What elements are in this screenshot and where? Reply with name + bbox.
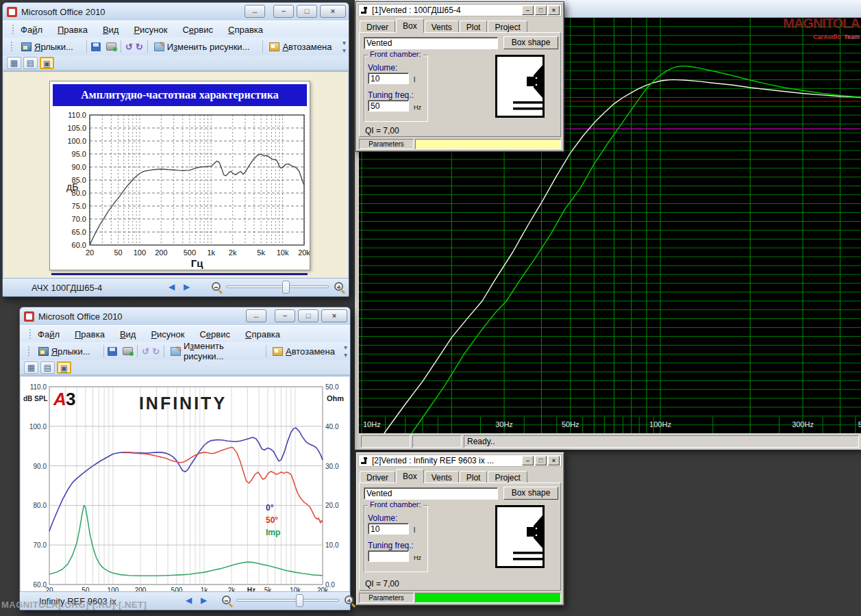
zoom-out-icon[interactable]: [222, 595, 231, 604]
shortcuts-button[interactable]: Ярлыки...: [36, 346, 92, 357]
save-icon[interactable]: [91, 42, 101, 51]
menu-item-Правка[interactable]: Правка: [58, 25, 88, 35]
autocorrect-button[interactable]: Автозамена: [271, 346, 337, 357]
box-shape-button[interactable]: Box shape: [503, 487, 558, 500]
maximize-button[interactable]: □: [298, 309, 319, 322]
svg-text:Ohm: Ohm: [327, 394, 344, 402]
single-picture-view-button[interactable]: ▣: [57, 361, 71, 374]
zoom-in-icon[interactable]: [334, 282, 343, 291]
menu-item-Справка[interactable]: Справка: [245, 329, 280, 339]
close-button[interactable]: ×: [321, 309, 347, 322]
zoom-slider-track[interactable]: [236, 599, 339, 602]
svg-text:2k: 2k: [229, 248, 237, 257]
achx-chart: 110.0105.0100.095.090.085.080.075.070.06…: [50, 107, 310, 272]
tab-plot[interactable]: Plot: [460, 21, 488, 33]
restore-button[interactable]: □: [535, 456, 547, 465]
filmstrip-view-button[interactable]: ▤: [40, 361, 55, 374]
tuning-freq-field[interactable]: [368, 550, 409, 562]
menu-item-Файл[interactable]: Файл: [38, 329, 60, 339]
close-button[interactable]: ×: [548, 456, 560, 465]
toolbar-grip[interactable]: [28, 346, 31, 356]
restore-button[interactable]: □: [535, 5, 547, 15]
close-button[interactable]: ×: [548, 5, 560, 15]
rotate-left-icon[interactable]: ↺: [142, 347, 149, 356]
box-type-field[interactable]: Vented: [364, 37, 498, 49]
menu-item-Вид[interactable]: Вид: [103, 25, 119, 35]
maximize-button[interactable]: □: [297, 5, 317, 18]
shortcuts-button[interactable]: Ярлыки...: [19, 41, 75, 53]
parameters-button[interactable]: Parameters: [359, 139, 414, 149]
box-shape-button[interactable]: Box shape: [503, 36, 558, 49]
minimize-button[interactable]: –: [522, 5, 534, 15]
zoom-slider-thumb[interactable]: [296, 594, 303, 607]
switch-windows-button[interactable]: ↔: [245, 5, 265, 18]
rotate-right-icon[interactable]: ↻: [152, 347, 160, 356]
save-icon[interactable]: [108, 347, 117, 356]
svg-text:90.0: 90.0: [72, 163, 86, 171]
svg-text:10Hz: 10Hz: [363, 420, 381, 428]
dialog1-title-bar[interactable]: [1]Vented : 100ГДШ65-4 – □ ×: [358, 4, 562, 16]
tab-box[interactable]: Box: [396, 18, 424, 33]
tab-vents[interactable]: Vents: [425, 471, 459, 483]
picture-achx[interactable]: Амплитудно-частотная характеристика 110.…: [49, 81, 310, 270]
achx-chart-title: Амплитудно-частотная характеристика: [53, 84, 307, 106]
menu-grip[interactable]: [12, 25, 15, 34]
toolbar-grip[interactable]: [11, 42, 14, 51]
next-image-arrow[interactable]: ▶: [201, 595, 207, 605]
previous-image-arrow[interactable]: ◀: [169, 282, 175, 292]
menu-item-Вид[interactable]: Вид: [120, 329, 136, 339]
tab-project[interactable]: Project: [488, 21, 527, 33]
tab-driver[interactable]: Driver: [360, 471, 395, 483]
tuning-freq-field[interactable]: 50: [368, 100, 409, 112]
infinity-chart[interactable]: 110.0100.090.080.070.060.050.040.030.020…: [21, 376, 349, 595]
edit-pictures-button[interactable]: Изменить рисунки...: [169, 340, 255, 362]
print-icon[interactable]: [123, 347, 133, 355]
edit-pictures-button[interactable]: Изменить рисунки...: [152, 41, 252, 53]
parameters-button[interactable]: Parameters: [359, 593, 414, 603]
single-picture-view-button[interactable]: ▣: [40, 57, 54, 69]
window2-title-bar[interactable]: Microsoft Office 2010 ↔ – □ ×: [20, 307, 350, 325]
menu-item-Рисунок[interactable]: Рисунок: [151, 329, 184, 339]
menu-item-Рисунок[interactable]: Рисунок: [134, 25, 167, 35]
box-type-field[interactable]: Vented: [364, 487, 498, 500]
dialog2-box-tab-page: Vented Box shape Front chamber: Volume: …: [359, 483, 561, 591]
thumbnail-view-button[interactable]: ▦: [24, 361, 38, 374]
dialog2-title-bar[interactable]: [2]Vented : Infinity REF 9603 ix ... – □…: [358, 454, 562, 467]
office-picture-manager-icon: [7, 7, 17, 17]
window1-title-bar[interactable]: Microsoft Office 2010 ↔ – □ ×: [3, 3, 349, 21]
thumbnail-view-button[interactable]: ▦: [7, 57, 21, 69]
next-image-arrow[interactable]: ▶: [184, 282, 190, 292]
tab-plot[interactable]: Plot: [460, 471, 488, 483]
minimize-button[interactable]: –: [275, 309, 295, 322]
menu-item-Файл[interactable]: Файл: [21, 25, 42, 35]
close-button[interactable]: ×: [320, 5, 346, 18]
previous-image-arrow[interactable]: ◀: [186, 595, 192, 605]
tab-project[interactable]: Project: [488, 471, 527, 483]
rotate-right-icon[interactable]: ↻: [136, 42, 143, 51]
menu-item-Правка[interactable]: Правка: [75, 329, 105, 339]
autocorrect-button[interactable]: Автозамена: [267, 41, 334, 53]
toolbar-overflow-icon[interactable]: ▾▾: [344, 344, 347, 359]
menu-grip[interactable]: [29, 329, 32, 339]
toolbar-overflow-icon[interactable]: ▾▾: [342, 39, 346, 54]
zoom-out-icon[interactable]: [212, 282, 221, 291]
tab-vents[interactable]: Vents: [425, 21, 459, 33]
menu-item-Сервис[interactable]: Сервис: [182, 25, 213, 35]
zoom-slider-track[interactable]: [226, 285, 329, 288]
volume-field[interactable]: 10: [368, 73, 409, 84]
menu-item-Сервис[interactable]: Сервис: [199, 329, 230, 339]
zoom-in-icon[interactable]: [345, 595, 353, 604]
tab-box[interactable]: Box: [396, 469, 424, 483]
print-icon[interactable]: [106, 42, 116, 51]
switch-windows-button[interactable]: ↔: [246, 309, 266, 322]
tab-driver[interactable]: Driver: [360, 21, 395, 33]
rotate-left-icon[interactable]: ↺: [125, 42, 133, 51]
magnitola-logo-text: MAGNITOLA: [783, 16, 860, 30]
minimize-button[interactable]: –: [273, 5, 294, 18]
minimize-button[interactable]: –: [522, 456, 534, 465]
svg-text:Гц: Гц: [191, 257, 204, 269]
menu-item-Справка[interactable]: Справка: [228, 25, 263, 35]
volume-field[interactable]: 10: [368, 523, 409, 535]
zoom-slider-thumb[interactable]: [282, 281, 290, 294]
filmstrip-view-button[interactable]: ▤: [23, 57, 38, 69]
